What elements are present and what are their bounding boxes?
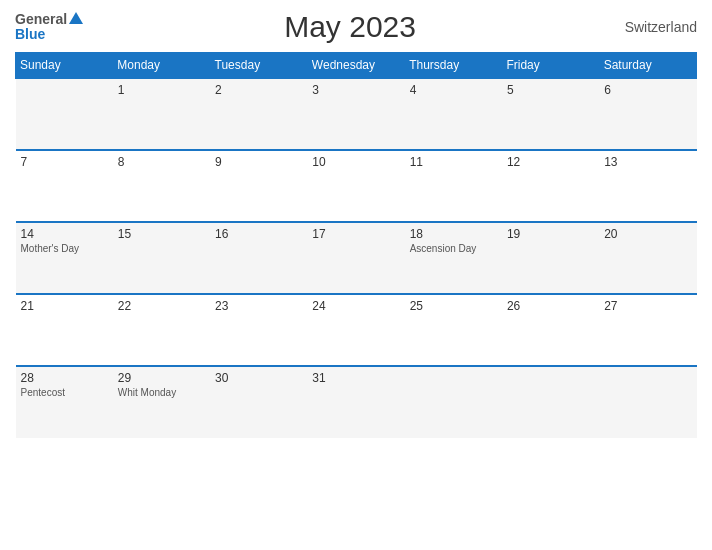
logo-triangle-icon [69, 12, 83, 24]
day-number: 24 [312, 299, 399, 313]
day-number: 16 [215, 227, 302, 241]
calendar-body: 1234567891011121314Mother's Day15161718A… [16, 78, 697, 438]
calendar-cell [16, 78, 113, 150]
calendar-header: General Blue May 2023 Switzerland [15, 10, 697, 44]
day-number: 28 [21, 371, 108, 385]
calendar-cell: 27 [599, 294, 696, 366]
calendar-cell: 3 [307, 78, 404, 150]
day-number: 5 [507, 83, 594, 97]
calendar-cell: 28Pentecost [16, 366, 113, 438]
calendar-cell: 6 [599, 78, 696, 150]
calendar-cell: 10 [307, 150, 404, 222]
calendar-cell: 20 [599, 222, 696, 294]
calendar-cell: 18Ascension Day [405, 222, 502, 294]
calendar-cell [599, 366, 696, 438]
day-number: 30 [215, 371, 302, 385]
day-number: 2 [215, 83, 302, 97]
calendar-cell: 22 [113, 294, 210, 366]
day-number: 7 [21, 155, 108, 169]
calendar-cell: 12 [502, 150, 599, 222]
logo-blue-text: Blue [15, 27, 45, 42]
calendar-wrapper: General Blue May 2023 Switzerland Sunday… [0, 0, 712, 550]
day-event: Pentecost [21, 387, 108, 398]
day-number: 26 [507, 299, 594, 313]
calendar-cell: 7 [16, 150, 113, 222]
calendar-cell: 17 [307, 222, 404, 294]
day-number: 14 [21, 227, 108, 241]
day-event: Mother's Day [21, 243, 108, 254]
month-title: May 2023 [83, 10, 617, 44]
day-number: 1 [118, 83, 205, 97]
day-number: 12 [507, 155, 594, 169]
calendar-cell: 30 [210, 366, 307, 438]
calendar-cell: 29Whit Monday [113, 366, 210, 438]
calendar-cell: 11 [405, 150, 502, 222]
logo: General Blue [15, 12, 83, 43]
calendar-cell: 25 [405, 294, 502, 366]
day-number: 3 [312, 83, 399, 97]
calendar-cell: 21 [16, 294, 113, 366]
day-number: 20 [604, 227, 691, 241]
calendar-header-row: Sunday Monday Tuesday Wednesday Thursday… [16, 53, 697, 79]
day-number: 15 [118, 227, 205, 241]
day-number: 23 [215, 299, 302, 313]
calendar-cell: 14Mother's Day [16, 222, 113, 294]
calendar-cell: 1 [113, 78, 210, 150]
day-number: 25 [410, 299, 497, 313]
calendar-cell: 19 [502, 222, 599, 294]
calendar-cell: 13 [599, 150, 696, 222]
day-number: 17 [312, 227, 399, 241]
logo-general-text: General [15, 12, 67, 27]
day-event: Whit Monday [118, 387, 205, 398]
day-number: 9 [215, 155, 302, 169]
day-number: 18 [410, 227, 497, 241]
col-saturday: Saturday [599, 53, 696, 79]
calendar-cell: 24 [307, 294, 404, 366]
day-number: 27 [604, 299, 691, 313]
col-friday: Friday [502, 53, 599, 79]
day-number: 21 [21, 299, 108, 313]
calendar-cell: 15 [113, 222, 210, 294]
day-event: Ascension Day [410, 243, 497, 254]
col-thursday: Thursday [405, 53, 502, 79]
calendar-cell [502, 366, 599, 438]
day-number: 11 [410, 155, 497, 169]
day-number: 6 [604, 83, 691, 97]
day-number: 13 [604, 155, 691, 169]
calendar-cell [405, 366, 502, 438]
calendar-cell: 9 [210, 150, 307, 222]
day-number: 4 [410, 83, 497, 97]
calendar-table: Sunday Monday Tuesday Wednesday Thursday… [15, 52, 697, 438]
day-number: 19 [507, 227, 594, 241]
calendar-cell: 26 [502, 294, 599, 366]
col-monday: Monday [113, 53, 210, 79]
calendar-cell: 4 [405, 78, 502, 150]
day-number: 31 [312, 371, 399, 385]
calendar-cell: 5 [502, 78, 599, 150]
calendar-cell: 23 [210, 294, 307, 366]
day-number: 10 [312, 155, 399, 169]
calendar-cell: 31 [307, 366, 404, 438]
day-number: 8 [118, 155, 205, 169]
day-number: 29 [118, 371, 205, 385]
calendar-cell: 16 [210, 222, 307, 294]
col-tuesday: Tuesday [210, 53, 307, 79]
calendar-cell: 2 [210, 78, 307, 150]
country-label: Switzerland [617, 19, 697, 35]
calendar-cell: 8 [113, 150, 210, 222]
day-number: 22 [118, 299, 205, 313]
col-wednesday: Wednesday [307, 53, 404, 79]
col-sunday: Sunday [16, 53, 113, 79]
